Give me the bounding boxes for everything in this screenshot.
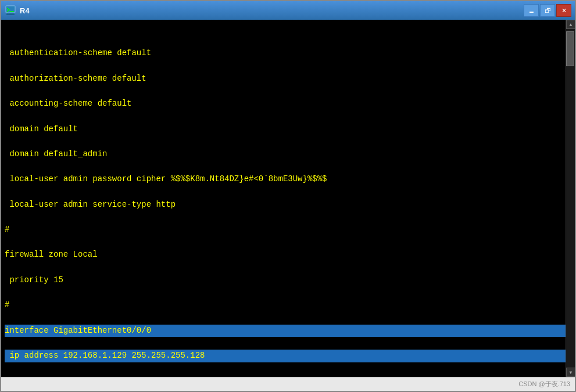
terminal-line: # xyxy=(5,224,571,236)
terminal-line: ip address 192.168.1.129 255.255.255.128 xyxy=(5,350,571,362)
terminal-line: local-user admin service-type http xyxy=(5,199,571,211)
window-title: R4 xyxy=(20,6,30,15)
terminal-icon xyxy=(5,5,16,16)
title-bar: R4 🗕 🗗 ✕ xyxy=(1,1,575,20)
minimize-button[interactable]: 🗕 xyxy=(524,4,539,17)
status-bar: CSDN @于夜.713 xyxy=(1,377,575,391)
restore-button[interactable]: 🗗 xyxy=(540,4,555,17)
terminal-line: priority 15 xyxy=(5,274,571,287)
watermark-text: CSDN @于夜.713 xyxy=(518,380,570,389)
terminal-line: domain default_admin xyxy=(5,148,571,161)
terminal-line: authorization-scheme default xyxy=(5,73,571,85)
svg-rect-2 xyxy=(6,13,15,15)
scrollbar[interactable]: ▲ ▼ xyxy=(566,20,575,377)
terminal-line: # xyxy=(5,375,571,377)
main-window: R4 🗕 🗗 ✕ authentication-scheme default a… xyxy=(0,0,576,392)
scroll-down-button[interactable]: ▼ xyxy=(566,368,575,377)
terminal-line: authentication-scheme default xyxy=(5,47,571,60)
terminal-line: firewall zone Local xyxy=(5,249,571,261)
terminal-content: authentication-scheme default authorizat… xyxy=(5,22,571,377)
scroll-up-button[interactable]: ▲ xyxy=(566,20,575,29)
scroll-thumb[interactable] xyxy=(566,31,574,66)
terminal-line: local-user admin password cipher %$%$K8m… xyxy=(5,173,571,186)
window-controls: 🗕 🗗 ✕ xyxy=(524,4,571,17)
terminal-line: accounting-scheme default xyxy=(5,98,571,110)
title-bar-left: R4 xyxy=(5,5,30,16)
terminal-line: # xyxy=(5,299,571,312)
terminal-area[interactable]: authentication-scheme default authorizat… xyxy=(1,20,575,377)
close-button[interactable]: ✕ xyxy=(556,4,571,17)
terminal-line: interface GigabitEthernet0/0/0 xyxy=(5,325,571,337)
terminal-line: domain default xyxy=(5,123,571,136)
